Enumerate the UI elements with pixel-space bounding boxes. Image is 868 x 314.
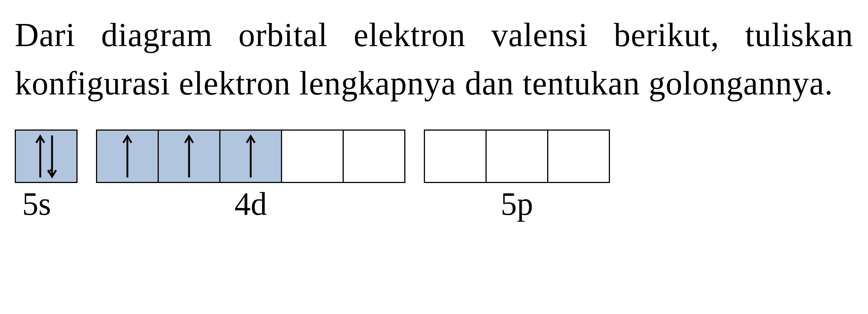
arrow-down-icon	[47, 134, 58, 179]
orbital-boxes-4d	[96, 130, 405, 183]
orbital-box	[281, 130, 344, 183]
electron-arrows-updown	[35, 134, 58, 179]
orbital-box	[15, 130, 78, 183]
orbital-box	[343, 130, 405, 183]
orbital-box	[424, 130, 487, 183]
orbital-label-4d: 4d	[96, 185, 405, 222]
orbital-boxes-5s	[15, 130, 78, 183]
orbital-diagram: 5s	[15, 130, 853, 222]
orbital-label-5s: 5s	[22, 185, 51, 222]
arrow-up-icon	[35, 134, 46, 179]
arrow-up-icon	[245, 134, 256, 179]
electron-arrow-up	[245, 134, 256, 179]
orbital-group-5s: 5s	[15, 130, 78, 222]
orbital-box	[547, 130, 610, 183]
orbital-box	[96, 130, 159, 183]
orbital-label-5p: 5p	[424, 185, 610, 222]
orbital-group-5p: 5p	[424, 130, 610, 222]
orbital-boxes-5p	[424, 130, 610, 183]
electron-arrow-up	[183, 134, 195, 179]
orbital-box	[219, 130, 282, 183]
orbital-box	[158, 130, 220, 183]
question-text: Dari diagram orbital elektron valensi be…	[15, 11, 853, 107]
orbital-group-4d: 4d	[96, 130, 405, 222]
arrow-up-icon	[183, 134, 195, 179]
electron-arrow-up	[122, 134, 133, 179]
orbital-box	[486, 130, 548, 183]
arrow-up-icon	[122, 134, 133, 179]
